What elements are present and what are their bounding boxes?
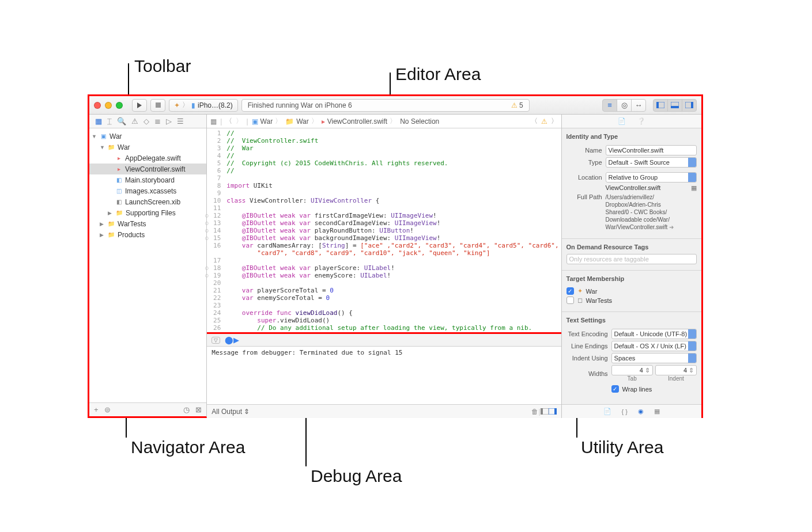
tree-file-storyboard[interactable]: ◧Main.storyboard — [89, 174, 206, 185]
tree-group-products[interactable]: ▶📁Products — [89, 229, 206, 240]
target-membership-section: Target Membership ✓✦War ◻WarTests — [562, 271, 701, 312]
tab-width-input[interactable]: 4⇕ — [611, 365, 653, 375]
test-navigator-tab[interactable]: ◇ — [143, 117, 149, 126]
swift-file-icon: ▸ — [322, 117, 325, 126]
indent-select[interactable]: Spaces — [611, 353, 697, 363]
tree-file-viewcontroller[interactable]: ▸ViewController.swift — [89, 164, 206, 174]
symbol-navigator-tab[interactable]: ⌶ — [107, 117, 112, 126]
code-snippet-library-tab[interactable]: { } — [622, 408, 628, 415]
next-issue-button[interactable]: 〉 — [551, 116, 558, 126]
lineendings-select[interactable]: Default - OS X / Unix (LF) — [611, 341, 697, 351]
jump-bar[interactable]: ▦ | 〈 〉 | ▣War〉 📁War〉 ▸ViewController.sw… — [207, 115, 561, 128]
tree-file-launchscreen[interactable]: ◧LaunchScreen.xib — [89, 196, 206, 207]
app-icon: ✦ — [174, 101, 180, 109]
tree-project-root[interactable]: ▼▣War — [89, 131, 206, 142]
tree-file-assets[interactable]: ◫Images.xcassets — [89, 185, 206, 196]
run-button[interactable] — [132, 99, 147, 112]
related-items-icon[interactable]: ▦ — [210, 117, 217, 126]
version-editor-button[interactable]: ↔ — [631, 99, 646, 112]
folder-icon: 📁 — [115, 209, 123, 217]
tree-file-appdelegate[interactable]: ▸AppDelegate.swift — [89, 153, 206, 164]
tree-group-supporting[interactable]: ▶📁Supporting Files — [89, 207, 206, 218]
wrap-lines-checkbox[interactable]: ✓Wrap lines — [611, 385, 652, 393]
source-editor[interactable]: 1234567891011121314151617181920212223242… — [207, 128, 561, 334]
back-button[interactable]: 〈 — [225, 116, 232, 126]
encoding-label: Text Encoding — [566, 330, 611, 337]
file-template-library-tab[interactable]: 📄 — [603, 408, 611, 415]
prev-issue-button[interactable]: 〈 — [531, 116, 538, 126]
navigator-bottom-bar: + ⊚ ◷ ⊠ — [89, 402, 206, 416]
indent-label: Indent Using — [566, 355, 611, 362]
tab-sublabel: Tab — [611, 375, 653, 382]
debug-navigator-tab[interactable]: ≣ — [154, 117, 161, 126]
fullpath-value: /Users/adrienvillez/ Dropbox/Adrien-Chri… — [606, 194, 670, 230]
quick-help-tab[interactable]: ❔ — [637, 117, 645, 125]
standard-editor-button[interactable]: ≡ — [602, 99, 617, 112]
tree-group-tests[interactable]: ▶📁WarTests — [89, 218, 206, 229]
section-header: Text Settings — [566, 314, 697, 327]
annotation-toolbar: Toolbar — [134, 56, 191, 76]
line-gutter: 1234567891011121314151617181920212223242… — [207, 128, 224, 332]
toolbar: ✦ 〉 ▮ iPho…(8.2) Finished running War on… — [89, 96, 701, 115]
location-browse-icon[interactable]: ▦ — [691, 184, 697, 192]
forward-button[interactable]: 〉 — [236, 116, 243, 126]
clear-console-button[interactable]: 🗑 — [531, 408, 538, 416]
toggle-variables-view-button[interactable] — [541, 408, 549, 415]
scheme-device: iPho…(8.2) — [198, 101, 233, 109]
assistant-editor-button[interactable]: ◎ — [617, 99, 632, 112]
assets-icon: ◫ — [115, 187, 123, 195]
minimize-window-button[interactable] — [105, 102, 112, 109]
project-icon: ▣ — [99, 132, 107, 140]
tree-group-war[interactable]: ▼📁War — [89, 142, 206, 153]
breakpoint-indicator-icon[interactable]: ⬤▶ — [225, 336, 239, 344]
annotation-debug: Debug Area — [311, 466, 402, 486]
checkbox-icon — [566, 297, 574, 304]
report-navigator-tab[interactable]: ☰ — [177, 117, 184, 126]
swift-file-icon: ▸ — [115, 154, 123, 162]
issue-navigator-tab[interactable]: ⚠ — [131, 117, 138, 126]
filter-button[interactable]: ⊚ — [104, 405, 111, 414]
target-war-checkbox[interactable]: ✓✦War — [566, 287, 697, 295]
toggle-navigator-button[interactable] — [653, 99, 668, 112]
identity-section: Identity and Type NameViewController.swi… — [562, 128, 701, 239]
indent-width-input[interactable]: 4⇕ — [655, 365, 697, 375]
breakpoint-navigator-tab[interactable]: ▷ — [166, 117, 172, 126]
file-inspector-tab[interactable]: 📄 — [618, 117, 626, 125]
project-navigator-tab[interactable]: ▦ — [95, 117, 102, 126]
reveal-icon[interactable]: ➜ — [669, 224, 674, 230]
console-output[interactable]: Message from debugger: Terminated due to… — [207, 347, 561, 404]
media-library-tab[interactable]: ▦ — [654, 408, 660, 415]
folder-icon: 📁 — [107, 220, 115, 228]
add-button[interactable]: + — [94, 405, 99, 414]
debug-bottom-bar: All Output ⇕ 🗑 | — [207, 404, 561, 418]
location-select[interactable]: Relative to Group — [606, 172, 697, 183]
status-text: Finished running War on iPhone 6 — [248, 101, 352, 109]
scheme-selector[interactable]: ✦ 〉 ▮ iPho…(8.2) — [169, 99, 238, 112]
type-select[interactable]: Default - Swift Source — [606, 157, 697, 168]
object-library-tab[interactable]: ◉ — [638, 408, 644, 415]
folder-icon: 📁 — [107, 231, 115, 239]
text-settings-section: Text Settings Text EncodingDefault - Uni… — [562, 312, 701, 402]
name-input[interactable]: ViewController.swift — [606, 145, 697, 155]
output-filter[interactable]: All Output ⇕ — [212, 408, 250, 416]
toggle-debug-button[interactable] — [667, 99, 682, 112]
utility-area: 📄 ❔ Identity and Type NameViewController… — [562, 115, 701, 418]
warning-icon: ⚠ — [541, 117, 547, 126]
close-window-button[interactable] — [94, 102, 101, 109]
toggle-utility-button[interactable] — [682, 99, 697, 112]
scm-filter-button[interactable]: ⊠ — [195, 405, 202, 414]
target-wartests-checkbox[interactable]: ◻WarTests — [566, 297, 697, 304]
annotation-utility: Utility Area — [581, 438, 663, 457]
debug-area: ▽ ⬤▶ Message from debugger: Terminated d… — [207, 334, 561, 418]
zoom-window-button[interactable] — [116, 102, 123, 109]
toggle-console-view-button[interactable] — [549, 408, 557, 415]
code-content[interactable]: // // ViewController.swift // War // // … — [224, 128, 561, 332]
encoding-select[interactable]: Default - Unicode (UTF-8) — [611, 329, 697, 339]
library-tabs: 📄 { } ◉ ▦ — [562, 404, 701, 418]
stop-button[interactable] — [150, 99, 165, 112]
ondemand-input: Only resources are taggable — [566, 254, 697, 264]
find-navigator-tab[interactable]: 🔍 — [117, 117, 126, 126]
debug-toggle-icon[interactable]: ▽ — [212, 337, 220, 344]
activity-status: Finished running War on iPhone 6 ⚠ 5 — [241, 99, 530, 112]
recent-filter-button[interactable]: ◷ — [183, 405, 190, 414]
